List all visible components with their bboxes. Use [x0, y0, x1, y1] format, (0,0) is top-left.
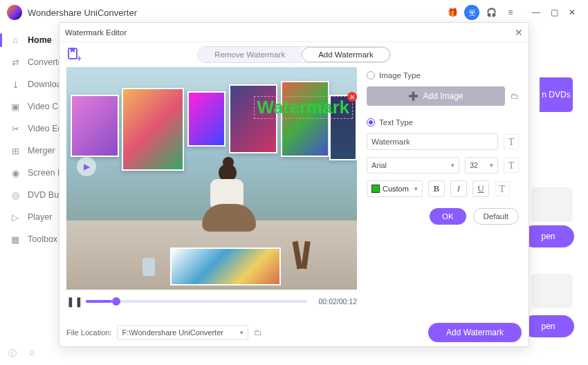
watermark-tabs: Remove Watermark Add Watermark	[197, 46, 390, 63]
bg-thumb-1	[531, 187, 573, 222]
video-preview[interactable]: ▶ Watermark ✕	[66, 67, 357, 290]
download-icon: ⤓	[10, 79, 21, 90]
grid-icon: ▦	[10, 234, 21, 245]
ok-button[interactable]: OK	[430, 208, 466, 225]
chevron-down-icon: ▾	[490, 162, 493, 169]
font-select[interactable]: Arial▾	[367, 157, 459, 174]
add-image-button[interactable]: ➕ Add Image	[367, 86, 505, 106]
dialog-header: Watermark Editor ✕	[59, 23, 529, 42]
feedback-icon[interactable]: ☺	[28, 348, 36, 359]
text-template-icon-3[interactable]: T	[495, 181, 510, 196]
font-size-select[interactable]: 32▾	[465, 157, 498, 174]
playback-time: 00:02/00:12	[313, 297, 357, 306]
radio-image-type[interactable]	[367, 71, 375, 79]
sidebar-item-label: Home	[28, 35, 52, 45]
italic-button[interactable]: I	[450, 180, 467, 197]
home-icon: ⌂	[10, 35, 21, 46]
bg-thumb-2	[531, 274, 573, 308]
disc-icon: ◎	[10, 189, 21, 200]
user-account-icon[interactable]: 웃	[464, 5, 479, 20]
color-select[interactable]: Custom ▾	[367, 180, 423, 197]
file-location-row: File Location: F:\Wondershare UniConvert…	[59, 319, 529, 346]
info-icon[interactable]: ⓘ	[8, 348, 17, 359]
support-headset-icon[interactable]: 🎧	[484, 5, 499, 20]
plus-icon: ➕	[408, 91, 419, 101]
play-overlay-icon[interactable]: ▶	[77, 157, 96, 176]
chevron-down-icon: ▾	[240, 329, 244, 336]
watermark-editor-dialog: Watermark Editor ✕ + Remove Watermark Ad…	[59, 22, 529, 347]
color-swatch-icon	[371, 185, 380, 193]
sidebar-item-label: Toolbox	[28, 234, 57, 244]
bg-open-button-2[interactable]: pen	[522, 315, 574, 337]
file-location-value: F:\Wondershare UniConverter	[122, 328, 223, 337]
watermark-settings-panel: Image Type ➕ Add Image 🗀 Text Type T Ari…	[364, 67, 522, 313]
color-mode-label: Custom	[383, 185, 409, 193]
size-value: 32	[470, 161, 478, 169]
underline-button[interactable]: U	[472, 180, 489, 197]
tab-remove-watermark[interactable]: Remove Watermark	[198, 47, 302, 62]
browse-folder-icon[interactable]: 🗀	[254, 328, 262, 337]
image-type-label: Image Type	[379, 71, 421, 79]
play-icon: ▷	[10, 212, 21, 223]
sidebar-item-label: Merger	[28, 146, 55, 156]
converter-icon: ⇄	[10, 57, 21, 68]
text-template-icon[interactable]: T	[504, 134, 519, 149]
seek-bar[interactable]	[86, 300, 307, 303]
dialog-close-button[interactable]: ✕	[515, 27, 523, 38]
dialog-title: Watermark Editor	[65, 28, 127, 37]
bold-button[interactable]: B	[428, 180, 445, 197]
app-title: Wondershare UniConverter	[28, 8, 137, 18]
font-value: Arial	[371, 161, 387, 169]
watermark-overlay[interactable]: Watermark ✕	[254, 96, 353, 119]
add-watermark-button[interactable]: Add Watermark	[428, 323, 522, 342]
title-bar: Wondershare UniConverter 🎁 웃 🎧 ≡ — ▢ ✕	[0, 0, 588, 25]
gift-icon[interactable]: 🎁	[445, 5, 460, 20]
record-icon: ◉	[10, 167, 21, 178]
scissors-icon: ✂	[10, 123, 21, 134]
text-type-label: Text Type	[379, 118, 413, 127]
bottom-icons: ⓘ ☺	[8, 348, 36, 359]
file-location-select[interactable]: F:\Wondershare UniConverter ▾	[117, 325, 248, 340]
bg-dvds-panel: n DVDs	[540, 77, 573, 112]
radio-text-type[interactable]	[367, 118, 375, 127]
tab-add-watermark[interactable]: Add Watermark	[302, 47, 389, 62]
merge-icon: ⊞	[10, 145, 21, 156]
default-button[interactable]: Default	[473, 208, 519, 225]
file-location-label: File Location:	[66, 328, 111, 337]
window-maximize-button[interactable]: ▢	[545, 3, 563, 21]
compress-icon: ▣	[10, 101, 21, 112]
svg-text:+: +	[77, 54, 82, 62]
add-image-label: Add Image	[423, 91, 463, 101]
hamburger-menu-icon[interactable]: ≡	[503, 5, 518, 20]
text-template-icon-2[interactable]: T	[504, 158, 519, 173]
window-close-button[interactable]: ✕	[563, 3, 581, 21]
image-folder-icon[interactable]: 🗀	[511, 91, 519, 101]
watermark-logo-icon: +	[66, 47, 82, 62]
chevron-down-icon: ▾	[451, 162, 454, 169]
window-minimize-button[interactable]: —	[527, 3, 545, 21]
sidebar-item-label: Player	[28, 212, 52, 222]
watermark-text-input[interactable]	[367, 133, 498, 150]
pause-button[interactable]: ❚❚	[66, 296, 80, 307]
app-logo-icon	[7, 5, 22, 20]
chevron-down-icon: ▾	[414, 185, 418, 192]
video-preview-pane: ▶ Watermark ✕ ❚❚ 00:02/00:12	[66, 67, 357, 313]
playback-controls: ❚❚ 00:02/00:12	[66, 290, 357, 313]
bg-open-button-1[interactable]: pen	[522, 225, 574, 247]
watermark-overlay-text: Watermark	[257, 97, 349, 118]
watermark-remove-button[interactable]: ✕	[347, 92, 357, 102]
